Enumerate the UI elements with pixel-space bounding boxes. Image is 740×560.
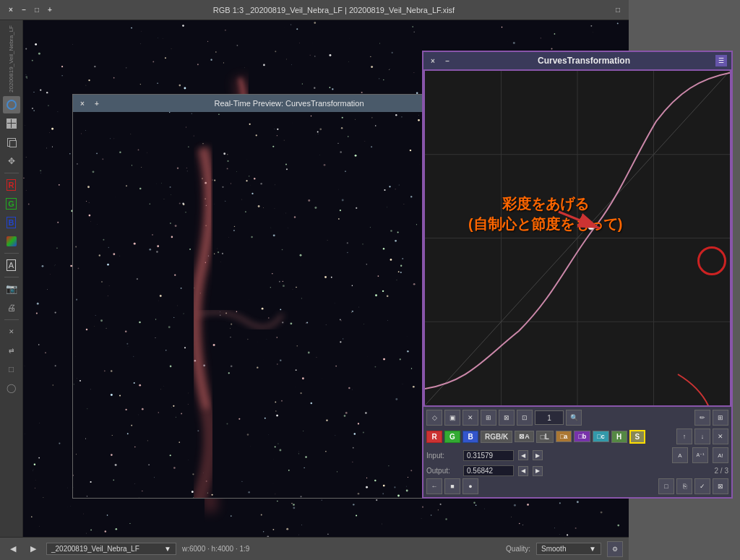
curves-controls: ◇ ▣ ✕ ⊞ ⊠ ⊡ 🔍 ✏ ⊞ R G B RGB/K ⊠A □L □a □… [423,407,731,497]
channel-r-button[interactable]: R [426,431,442,443]
action-up-button[interactable]: ↑ [676,428,692,444]
curves-tool-6[interactable]: ⊡ [517,410,533,426]
main-window-title: RGB 1:3 _20200819_Veil_Nebra_LF | 202008… [61,6,607,14]
curve-svg [425,71,730,405]
quality-combo[interactable]: Smooth ▼ [536,543,601,555]
bottom-action-6[interactable]: ✓ [694,478,710,494]
bottom-action-1[interactable]: ← [426,478,442,494]
curves-tool-5[interactable]: ⊠ [499,410,515,426]
settings-button[interactable]: ⚙ [607,541,623,557]
main-titlebar: × – □ + RGB 1:3 _20200819_Veil_Nebra_LF … [0,0,629,20]
quality-value: Smooth [541,545,566,553]
curves-title: CurvesTransformation [457,56,711,66]
input-value-field[interactable] [463,450,514,461]
curves-titlebar: × – CurvesTransformation ☰ [423,52,731,69]
channel-l-button[interactable]: □L [536,431,554,443]
vert-tab-label: 20200819_Veil_Nebra_LF [7,23,15,95]
tool-print-button[interactable]: 🖨 [3,299,20,316]
curves-tool-4[interactable]: ⊞ [481,410,496,426]
x2-icon: ⇄ [9,347,14,354]
curve-display-area[interactable]: 彩度をあげる (自制心と節度をもって) [423,69,731,407]
quality-dropdown-arrow: ▼ [589,545,596,553]
tool-x1-button[interactable]: ✕ [3,323,20,340]
curves-tool-3[interactable]: ✕ [462,410,478,426]
tool-x3-button[interactable]: □ [3,361,20,378]
close-button[interactable]: × [6,5,16,15]
x3-icon: □ [9,364,14,374]
r-label: R [7,179,17,191]
circle-icon [7,100,17,110]
action-ai-button[interactable]: A⁻¹ [692,447,708,463]
left-toolbar: 20200819_Veil_Nebra_LF ✥ R [0,20,23,537]
output-right-arrow[interactable]: ▶ [533,466,543,476]
output-value-field[interactable] [463,465,514,476]
channel-lc-button[interactable]: □c [593,431,608,442]
bottom-action-2[interactable]: ■ [444,478,460,494]
maximize-button[interactable]: □ [32,5,42,15]
tool-a-button[interactable]: A [3,257,20,274]
bottom-action-5[interactable]: ⎘ [676,478,692,494]
move-icon: ✥ [8,156,15,166]
svg-point-7 [588,223,595,230]
output-row: Output: ◀ ▶ 2 / 3 [426,465,728,476]
action-down-button[interactable]: ↓ [694,428,710,444]
tool-x2-button[interactable]: ⇄ [3,342,20,359]
preview-close-button[interactable]: × [77,98,87,108]
tool-b-button[interactable]: B [3,214,20,231]
input-row: Input: ◀ ▶ A A⁻¹ A! [426,447,728,463]
preview-image-area [73,112,476,498]
tool-copy-button[interactable] [3,134,20,151]
filename-dropdown-arrow: ▼ [164,545,171,553]
curves-pencil-btn[interactable]: ✏ [694,410,710,426]
curves-close-button[interactable]: × [428,56,438,66]
curves-toolbar-row: ◇ ▣ ✕ ⊞ ⊠ ⊡ 🔍 ✏ ⊞ [426,410,728,426]
input-left-arrow[interactable]: ◀ [518,450,528,460]
tool-camera-button[interactable]: 📷 [3,280,20,298]
channel-h-button[interactable]: H [611,431,627,443]
curves-minimize-button[interactable]: – [442,56,452,66]
nav-right-button[interactable]: ▶ [26,542,40,556]
camera-icon: 📷 [6,283,17,294]
preview-add-button[interactable]: + [92,98,102,108]
preview-canvas [73,112,476,498]
tool-r-button[interactable]: R [3,176,20,194]
tool-grid-button[interactable] [3,115,20,132]
channel-b-button[interactable]: B [462,431,478,443]
filename-text: _20200819_Veil_Nebra_LF [51,545,139,553]
output-label: Output: [426,467,459,475]
filename-combo[interactable]: _20200819_Veil_Nebra_LF ▼ [46,543,176,555]
tool-move-button[interactable]: ✥ [3,152,20,170]
channel-la-button[interactable]: □a [556,431,572,442]
add-button[interactable]: + [45,5,55,15]
action-x-button[interactable]: ✕ [713,428,728,444]
curves-tool-1[interactable]: ◇ [426,410,442,426]
bottom-action-3[interactable]: ● [462,478,478,494]
zoom-input[interactable] [535,410,564,425]
curves-tool-2[interactable]: ▣ [444,410,460,426]
minimize-button[interactable]: – [19,5,29,15]
action-reset-button[interactable]: A! [713,447,728,463]
titlebar-controls: × – □ + [6,5,55,15]
tool-circle-button[interactable] [3,96,20,113]
curves-zoom-btn[interactable]: 🔍 [566,410,582,426]
nav-left-button[interactable]: ◀ [6,542,20,556]
channel-s-button[interactable]: S [629,430,645,444]
print-icon: 🖨 [7,303,16,313]
separator-3 [4,277,19,277]
action-a-button[interactable]: A [672,447,688,463]
copy-icon [7,138,16,147]
channel-rgb-button[interactable]: RGB/K [481,431,512,443]
tool-multi-button[interactable] [3,233,20,250]
bottom-action-4[interactable]: □ [658,478,674,494]
x4-icon: ◯ [7,383,16,393]
bottom-action-7[interactable]: ⊠ [713,478,728,494]
output-left-arrow[interactable]: ◀ [518,466,528,476]
channel-a-button[interactable]: ⊠A [515,431,534,442]
channel-g-button[interactable]: G [444,431,460,443]
channel-lb-button[interactable]: □b [574,431,590,442]
tool-x4-button[interactable]: ◯ [3,379,20,397]
separator-1 [4,173,19,173]
tool-g-button[interactable]: G [3,195,20,212]
input-right-arrow[interactable]: ▶ [533,450,543,460]
curves-grid-btn[interactable]: ⊞ [713,410,728,426]
